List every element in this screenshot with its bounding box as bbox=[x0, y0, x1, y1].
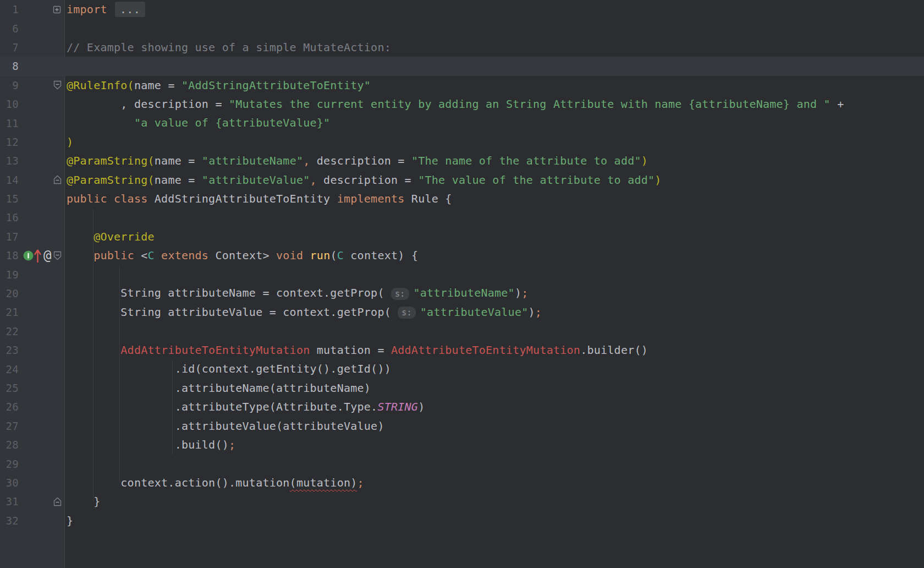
code-text[interactable]: "a value of {attributeValue}" bbox=[65, 113, 330, 132]
line-number[interactable]: 10 bbox=[0, 98, 19, 110]
line-number[interactable]: 12 bbox=[0, 136, 19, 148]
line-number[interactable]: 21 bbox=[0, 306, 19, 318]
code-line-current[interactable]: 8 bbox=[0, 57, 924, 75]
code-text[interactable]: // Example showing use of a simple Mutat… bbox=[65, 38, 391, 57]
gutter[interactable]: 18@ bbox=[0, 246, 65, 265]
code-line[interactable]: 6 bbox=[0, 19, 924, 37]
code-line[interactable]: 20 String attributeName = context.getPro… bbox=[0, 284, 924, 303]
code-text[interactable]: .attributeType(Attribute.Type.STRING) bbox=[65, 397, 425, 416]
gutter[interactable]: 9 bbox=[0, 76, 65, 95]
code-line[interactable]: 31 } bbox=[0, 492, 924, 511]
code-text[interactable]: AddAttributeToEntityMutation mutation = … bbox=[65, 341, 648, 359]
line-number[interactable]: 23 bbox=[0, 344, 19, 356]
gutter[interactable]: 23 bbox=[0, 341, 65, 359]
gutter[interactable]: 20 bbox=[0, 284, 65, 303]
code-line[interactable]: 14@ParamString(name = "attributeValue", … bbox=[0, 171, 924, 189]
line-number[interactable]: 20 bbox=[0, 287, 19, 299]
line-number[interactable]: 19 bbox=[0, 269, 19, 281]
code-text[interactable]: , description = "Mutates the current ent… bbox=[65, 95, 844, 113]
annotation-at-icon[interactable]: @ bbox=[43, 249, 51, 262]
code-line[interactable]: 23 AddAttributeToEntityMutation mutation… bbox=[0, 341, 924, 359]
gutter[interactable]: 31 bbox=[0, 492, 65, 511]
code-line[interactable]: 32} bbox=[0, 511, 924, 530]
code-text[interactable]: import ... bbox=[65, 0, 145, 19]
line-number[interactable]: 14 bbox=[0, 174, 19, 186]
gutter[interactable]: 26 bbox=[0, 397, 65, 416]
gutter[interactable]: 1 bbox=[0, 0, 65, 19]
code-text[interactable]: .id(context.getEntity().getId()) bbox=[65, 359, 391, 378]
code-text[interactable]: @ParamString(name = "attributeName", des… bbox=[65, 151, 648, 170]
code-line[interactable]: 15public class AddStringAttributeToEntit… bbox=[0, 189, 924, 208]
fold-end-icon[interactable] bbox=[53, 174, 62, 185]
gutter[interactable]: 19 bbox=[0, 265, 65, 283]
line-number[interactable]: 24 bbox=[0, 363, 19, 375]
code-line[interactable]: 24 .id(context.getEntity().getId()) bbox=[0, 359, 924, 378]
code-text[interactable]: ) bbox=[65, 133, 73, 151]
line-number[interactable]: 8 bbox=[0, 60, 19, 72]
gutter[interactable]: 13 bbox=[0, 151, 65, 170]
line-number[interactable]: 30 bbox=[0, 477, 19, 489]
fold-start-icon[interactable] bbox=[53, 80, 62, 90]
method-marker-icon[interactable] bbox=[23, 250, 34, 261]
line-number[interactable]: 7 bbox=[0, 41, 19, 53]
gutter[interactable]: 11 bbox=[0, 113, 65, 132]
line-number[interactable]: 26 bbox=[0, 401, 19, 413]
gutter[interactable]: 24 bbox=[0, 359, 65, 378]
line-number[interactable]: 25 bbox=[0, 382, 19, 394]
line-number[interactable]: 1 bbox=[0, 3, 19, 15]
line-number[interactable]: 22 bbox=[0, 325, 19, 337]
code-line[interactable]: 10 , description = "Mutates the current … bbox=[0, 95, 924, 113]
gutter[interactable]: 6 bbox=[0, 19, 65, 37]
override-up-arrow-icon[interactable] bbox=[34, 248, 41, 263]
line-number[interactable]: 13 bbox=[0, 155, 19, 167]
code-line[interactable]: 28 .build(); bbox=[0, 435, 924, 454]
code-text[interactable]: public <C extends Context> void run(C co… bbox=[65, 246, 418, 265]
gutter[interactable]: 25 bbox=[0, 379, 65, 397]
gutter[interactable]: 27 bbox=[0, 417, 65, 435]
code-line[interactable]: 25 .attributeName(attributeName) bbox=[0, 379, 924, 397]
gutter[interactable]: 7 bbox=[0, 38, 65, 57]
folded-code-chip[interactable]: ... bbox=[115, 2, 145, 17]
code-line[interactable]: 22 bbox=[0, 322, 924, 341]
code-text[interactable]: @ParamString(name = "attributeValue", de… bbox=[65, 171, 662, 189]
gutter[interactable]: 30 bbox=[0, 473, 65, 492]
gutter[interactable]: 12 bbox=[0, 133, 65, 151]
code-text[interactable]: } bbox=[65, 492, 100, 511]
code-text[interactable]: String attributeValue = context.getProp(… bbox=[65, 303, 542, 323]
gutter[interactable]: 8 bbox=[0, 57, 65, 75]
gutter[interactable]: 17 bbox=[0, 227, 65, 246]
line-number[interactable]: 29 bbox=[0, 458, 19, 470]
line-number[interactable]: 16 bbox=[0, 211, 19, 223]
gutter[interactable]: 29 bbox=[0, 454, 65, 473]
code-text[interactable]: .attributeName(attributeName) bbox=[65, 379, 371, 397]
gutter[interactable]: 14 bbox=[0, 171, 65, 189]
code-line[interactable]: 19 bbox=[0, 265, 924, 283]
code-text[interactable]: String attributeName = context.getProp( … bbox=[65, 283, 529, 303]
code-line[interactable]: 11 "a value of {attributeValue}" bbox=[0, 113, 924, 132]
gutter[interactable]: 32 bbox=[0, 511, 65, 530]
line-number[interactable]: 27 bbox=[0, 420, 19, 432]
code-line[interactable]: 7// Example showing use of a simple Muta… bbox=[0, 38, 924, 57]
line-number[interactable]: 9 bbox=[0, 79, 19, 91]
gutter[interactable]: 28 bbox=[0, 435, 65, 454]
code-line[interactable]: 30 context.action().mutation(mutation); bbox=[0, 473, 924, 492]
line-number[interactable]: 17 bbox=[0, 231, 19, 243]
gutter[interactable]: 22 bbox=[0, 322, 65, 341]
line-number[interactable]: 18 bbox=[0, 249, 19, 261]
code-text[interactable]: context.action().mutation(mutation); bbox=[65, 473, 364, 492]
code-editor[interactable]: 1import ...67// Example showing use of a… bbox=[0, 0, 924, 568]
line-number[interactable]: 31 bbox=[0, 495, 19, 507]
line-number[interactable]: 32 bbox=[0, 515, 19, 527]
code-text[interactable]: .build(); bbox=[65, 435, 235, 454]
gutter[interactable]: 16 bbox=[0, 208, 65, 227]
code-line[interactable]: 17 @Override bbox=[0, 227, 924, 246]
fold-start-icon[interactable] bbox=[53, 250, 62, 261]
gutter[interactable]: 15 bbox=[0, 189, 65, 208]
code-line[interactable]: 26 .attributeType(Attribute.Type.STRING) bbox=[0, 397, 924, 416]
gutter[interactable]: 21 bbox=[0, 303, 65, 321]
code-line[interactable]: 12) bbox=[0, 133, 924, 151]
code-text[interactable]: .attributeValue(attributeValue) bbox=[65, 417, 384, 435]
code-line[interactable]: 9@RuleInfo(name = "AddStringAttributeToE… bbox=[0, 76, 924, 95]
gutter[interactable]: 10 bbox=[0, 95, 65, 113]
code-line[interactable]: 13@ParamString(name = "attributeName", d… bbox=[0, 151, 924, 170]
